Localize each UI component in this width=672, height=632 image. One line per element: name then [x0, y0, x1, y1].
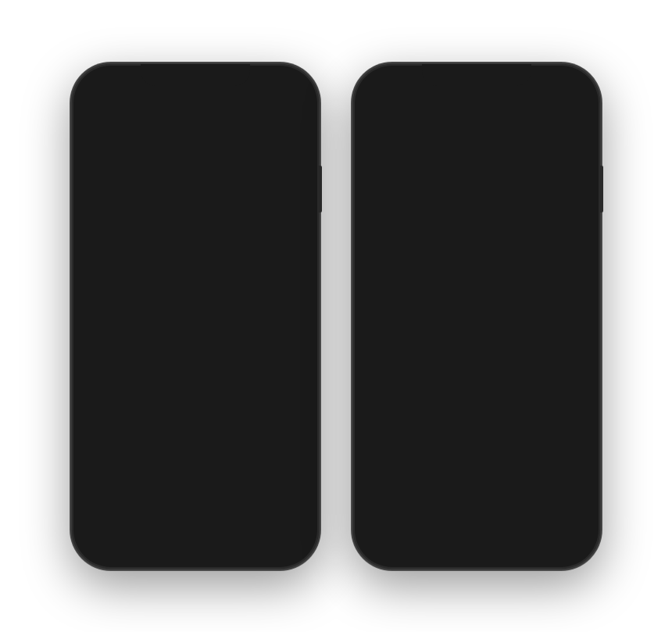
tab-apps-1[interactable]: Apps: [182, 523, 201, 551]
svg-point-24: [451, 153, 456, 158]
reddit-app-actions: GET In-AppPurchases ···: [425, 223, 583, 247]
masterclass-app-icon: M: [89, 149, 144, 204]
app-header-1: M MasterClass: Learn New Skills Cook, Ac…: [89, 142, 302, 211]
upvote-header-text: UPVOTE YOURFAVORITE POST: [370, 312, 464, 342]
masterclass-grid: [89, 286, 195, 441]
signal-icon-2: [531, 87, 542, 97]
reddit-rating-container: 4.9 ★★★★★ 91 Ratings: [370, 259, 413, 297]
share-header-text: SHARE N...PICS AND V...: [470, 312, 564, 342]
svg-rect-4: [96, 525, 98, 529]
svg-rect-11: [192, 526, 198, 531]
tab-games-1[interactable]: Games: [134, 523, 157, 551]
reddit-rating-value: 4.9: [370, 259, 413, 276]
tab-search-1[interactable]: Search: [277, 523, 300, 551]
wifi-icon-2: ▲: [545, 87, 555, 98]
reddit-in-app-text: In-AppPurchases: [484, 226, 517, 244]
reddit-logo-area: reddit: [428, 139, 525, 177]
tab-games-label-1: Games: [134, 543, 157, 551]
reddit-header: reddit: [359, 131, 594, 186]
learn-card-visual: GORDON RA TEACHES COO: [201, 284, 271, 441]
svg-line-48: [572, 534, 576, 537]
svg-rect-42: [466, 526, 472, 531]
tab-today-2[interactable]: Today: [372, 523, 391, 551]
apps-icon-1: [182, 523, 201, 541]
svg-rect-2: [94, 527, 106, 538]
masterclass-get-button[interactable]: GET: [153, 189, 204, 209]
phone-2-screen: 13:08 ▲ ‹ Search: [359, 70, 594, 562]
battery-icon-2: [558, 87, 575, 96]
masterclass-screenshot-learn: Learn from GORDON RA TEACHES COO: [201, 270, 271, 441]
svg-text:M: M: [106, 166, 129, 191]
updates-icon-1: [230, 523, 248, 541]
phone2-tab-bar: Today Games Apps Updates: [359, 516, 594, 562]
status-time-2: 13:08: [378, 86, 406, 98]
reddit-screenshot-share: SHARE N...PICS AND V...: [470, 312, 564, 452]
svg-point-29: [388, 214, 400, 227]
tab-updates-label-1: Updates: [227, 543, 253, 551]
masterclass-ratings-row: ☆☆☆☆☆ Not Enough Ratings 9+ Age: [78, 223, 313, 262]
tab-apps-label-1: Apps: [184, 543, 200, 551]
reddit-app-subtitle: Find your community: [425, 208, 583, 219]
tab-updates-1[interactable]: Updates: [227, 523, 253, 551]
wifi-icon-1: ▲: [264, 87, 273, 98]
phone-2: 13:08 ▲ ‹ Search: [352, 62, 602, 570]
games-icon-1: [137, 523, 155, 541]
tab-updates-label-2: Updates: [508, 543, 534, 551]
reddit-category: News: [476, 283, 496, 291]
search-icon-1: [280, 523, 298, 541]
svg-point-9: [149, 532, 151, 534]
svg-rect-44: [466, 533, 472, 538]
games-icon-2: [418, 523, 437, 541]
explore-label: Explore all classes: [89, 270, 195, 286]
tab-updates-2[interactable]: Updates: [508, 523, 534, 551]
svg-point-27: [450, 141, 454, 145]
status-bar-2: 13:08 ▲: [359, 70, 594, 105]
back-button-2[interactable]: ‹ Search: [370, 109, 583, 126]
tab-games-2[interactable]: Games: [416, 523, 438, 551]
svg-rect-45: [474, 533, 479, 538]
tab-apps-2[interactable]: Apps: [463, 523, 482, 551]
reddit-rank-value: No3: [476, 265, 496, 283]
battery-icon-1: [277, 87, 294, 96]
masterclass-app-name: MasterClass: Learn New Skills: [153, 142, 302, 170]
masterclass-app-subtitle: Cook, Act, Film, Write & More: [153, 172, 302, 183]
reddit-more-button[interactable]: ···: [524, 223, 548, 247]
chevron-left-icon-2: ‹: [370, 109, 375, 126]
reddit-screenshots: UPVOTE YOURFAVORITE POST r/ Home Popular…: [359, 304, 594, 460]
phone-1: 13:09 ▲ ‹ Search: [70, 62, 320, 570]
tab-search-label-2: Search: [559, 543, 581, 551]
reddit-screenshot-upvote: UPVOTE YOURFAVORITE POST r/ Home Popular…: [370, 312, 464, 452]
masterclass-age-badge: 9+ Age: [285, 230, 302, 255]
svg-rect-12: [185, 533, 191, 538]
tab-today-label-2: Today: [372, 543, 391, 551]
masterclass-age-value: 9+: [285, 230, 302, 246]
reddit-app-name: Reddit: Trending News: [425, 192, 583, 206]
masterclass-app-actions: GET In-AppPurchases ···: [153, 187, 302, 211]
reddit-age-badge: 17+ Age: [559, 266, 583, 291]
svg-rect-43: [474, 526, 479, 531]
reddit-no-label: No: [476, 265, 488, 276]
back-button-1[interactable]: ‹ Search: [89, 109, 302, 126]
svg-point-8: [148, 531, 149, 533]
reddit-app-row: Reddit: Trending News Find your communit…: [359, 186, 594, 253]
tab-games-label-2: Games: [416, 543, 438, 551]
masterclass-age-label: Age: [285, 246, 302, 255]
tab-search-2[interactable]: Search: [559, 523, 581, 551]
masterclass-more-button[interactable]: ···: [252, 187, 276, 211]
apps-icon-2: [463, 523, 482, 541]
reddit-small-icon: [378, 204, 409, 235]
svg-line-16: [291, 534, 295, 537]
reddit-rank-number: 3: [488, 266, 496, 282]
status-icons-2: ▲: [531, 87, 575, 98]
reddit-get-button[interactable]: GET: [425, 225, 476, 245]
reddit-age-label: Age: [559, 282, 583, 291]
reddit-age-value: 17+: [559, 266, 583, 282]
tab-today-1[interactable]: Today: [91, 523, 109, 551]
masterclass-app-info: MasterClass: Learn New Skills Cook, Act,…: [153, 142, 302, 211]
svg-rect-37: [384, 525, 385, 529]
app-detail-1: M MasterClass: Learn New Skills Cook, Ac…: [78, 131, 313, 223]
svg-rect-10: [185, 526, 191, 531]
phone1-tab-bar: Today Games Apps Updates: [78, 516, 313, 562]
tab-apps-label-2: Apps: [465, 543, 481, 551]
back-label-2: Search: [378, 110, 418, 124]
